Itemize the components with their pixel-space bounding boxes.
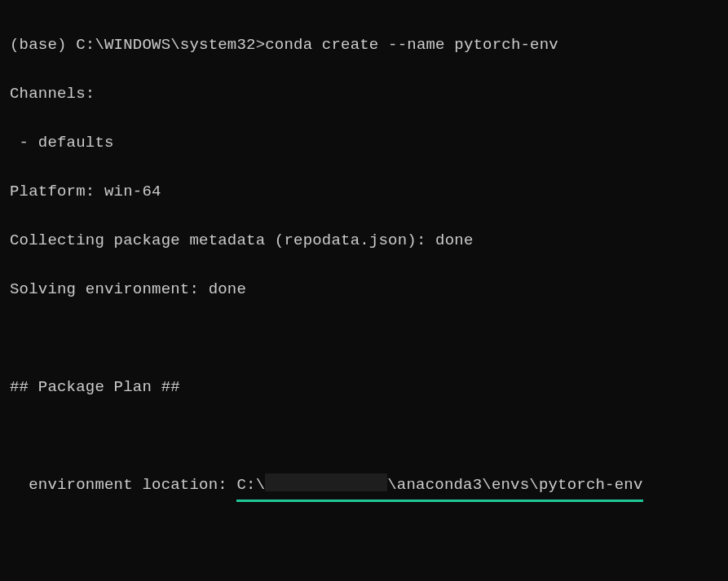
env-location-path: C:\\anaconda3\envs\pytorch-env [236,473,642,497]
env-path-after: \anaconda3\envs\pytorch-env [387,476,642,494]
env-path-before: C:\ [236,476,265,494]
channels-header: Channels: [10,81,718,106]
prompt-line: (base) C:\WINDOWS\system32>conda create … [10,33,718,57]
redacted-segment [265,473,387,491]
command-text: conda create --name pytorch-env [265,36,558,54]
collecting-line: Collecting package metadata (repodata.js… [10,228,718,253]
blank-line [10,326,718,350]
blank-line [10,424,718,448]
channels-item: - defaults [10,130,718,155]
solving-line: Solving environment: done [10,277,718,302]
env-location-line: environment location: C:\\anaconda3\envs… [10,473,718,497]
blank-line [10,522,718,546]
blank-line [10,570,718,581]
highlight-underline [236,500,642,502]
platform-line: Platform: win-64 [10,179,718,204]
prompt-prefix: (base) C:\WINDOWS\system32> [10,36,265,54]
env-location-label: environment location: [10,476,236,494]
terminal-output[interactable]: (base) C:\WINDOWS\system32>conda create … [0,0,728,581]
package-plan-header: ## Package Plan ## [10,375,718,399]
